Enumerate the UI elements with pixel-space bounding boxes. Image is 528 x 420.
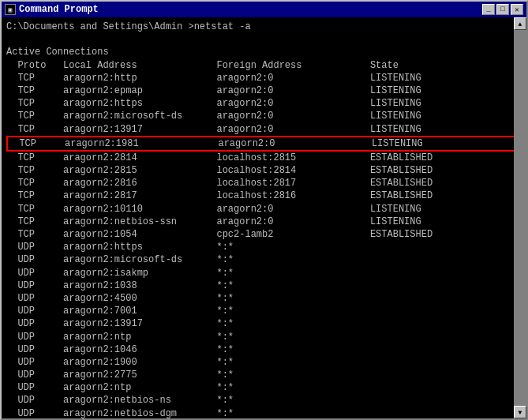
table-row: UDP aragorn2:2775 *:*	[6, 369, 522, 381]
highlighted-table-row: TCP aragorn2:1981 aragorn2:0 LISTENING	[6, 136, 522, 152]
minimize-button[interactable]: _	[482, 4, 495, 15]
rows-container: TCP aragorn2:http aragorn2:0 LISTENING T…	[6, 72, 522, 418]
table-row: UDP aragorn2:https *:*	[6, 241, 522, 253]
maximize-button[interactable]: □	[496, 4, 509, 15]
title-buttons: _ □ ✕	[482, 4, 523, 15]
table-row: TCP aragorn2:https aragorn2:0 LISTENING	[6, 97, 522, 110]
window: ▣ Command Prompt _ □ ✕ C:\Documents and …	[0, 0, 528, 420]
table-row: UDP aragorn2:microsoft-ds *:*	[6, 253, 522, 266]
scroll-up-button[interactable]: ▲	[514, 17, 526, 30]
table-row: UDP aragorn2:1900 *:*	[6, 356, 522, 369]
heading-line	[6, 33, 522, 46]
table-row: UDP aragorn2:ntp *:*	[6, 381, 522, 394]
table-header: Proto Local Address Foreign Address Stat…	[6, 59, 522, 72]
table-row: UDP aragorn2:4500 *:*	[6, 292, 522, 305]
active-connections-heading: Active Connections	[6, 46, 522, 58]
table-row: TCP aragorn2:2816 localhost:2817 ESTABLI…	[6, 177, 522, 189]
table-row: UDP aragorn2:13917 *:*	[6, 317, 522, 330]
table-row: UDP aragorn2:1038 *:*	[6, 279, 522, 292]
scrollbar-track[interactable]	[514, 30, 526, 406]
table-row: TCP aragorn2:http aragorn2:0 LISTENING	[6, 72, 522, 84]
table-row: TCP aragorn2:2817 localhost:2816 ESTABLI…	[6, 189, 522, 202]
table-row: TCP aragorn2:13917 aragorn2:0 LISTENING	[6, 123, 522, 136]
title-bar-left: ▣ Command Prompt	[5, 4, 99, 15]
table-row: UDP aragorn2:isakmp *:*	[6, 267, 522, 279]
table-row: UDP aragorn2:netbios-dgm *:*	[6, 407, 522, 418]
table-row: UDP aragorn2:7001 *:*	[6, 305, 522, 317]
table-row: UDP aragorn2:1046 *:*	[6, 343, 522, 356]
scroll-down-button[interactable]: ▼	[514, 406, 526, 418]
close-button[interactable]: ✕	[511, 4, 523, 15]
window-title: Command Prompt	[19, 4, 99, 15]
window-icon: ▣	[5, 4, 16, 15]
table-row: UDP aragorn2:netbios-ns *:*	[6, 394, 522, 407]
table-row: UDP aragorn2:ntp *:*	[6, 331, 522, 343]
window-icon-glyph: ▣	[9, 6, 13, 13]
table-row: TCP aragorn2:2814 localhost:2815 ESTABLI…	[6, 152, 522, 164]
table-row: TCP aragorn2:10110 aragorn2:0 LISTENING	[6, 203, 522, 216]
table-row: TCP aragorn2:2815 localhost:2814 ESTABLI…	[6, 164, 522, 177]
table-row: TCP aragorn2:microsoft-ds aragorn2:0 LIS…	[6, 110, 522, 122]
scrollbar[interactable]: ▲ ▼	[514, 17, 526, 418]
terminal-content: C:\Documents and Settings\Admin >netstat…	[2, 17, 526, 418]
command-line: C:\Documents and Settings\Admin >netstat…	[6, 21, 522, 33]
table-row: TCP aragorn2:netbios-ssn aragorn2:0 LIST…	[6, 216, 522, 228]
table-row: TCP aragorn2:1054 cpc2-lamb2 ESTABLISHED	[6, 228, 522, 241]
title-bar: ▣ Command Prompt _ □ ✕	[2, 2, 526, 17]
table-row: TCP aragorn2:epmap aragorn2:0 LISTENING	[6, 84, 522, 97]
table-row: TCP aragorn2:1981 aragorn2:0 LISTENING	[6, 136, 522, 152]
